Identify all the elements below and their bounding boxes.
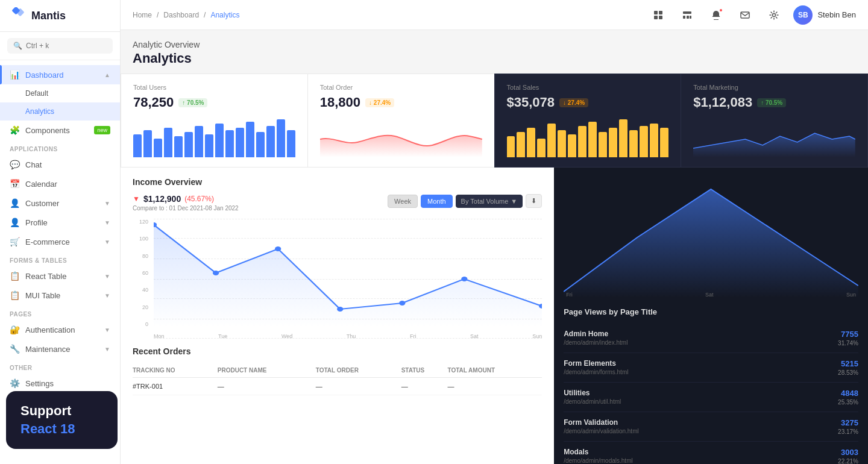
sidebar-item-default[interactable]: Default bbox=[0, 84, 120, 102]
page-views-list: Admin Home /demo/admin/index.html 7755 3… bbox=[564, 324, 858, 464]
svg-point-13 bbox=[213, 271, 219, 275]
recent-orders-title: Recent Orders bbox=[133, 346, 542, 356]
sidebar-item-chat[interactable]: 💬 Chat bbox=[0, 155, 120, 174]
stat-label: Total Marketing bbox=[693, 84, 855, 91]
stat-number: $35,078 bbox=[507, 95, 555, 110]
stat-value: 78,250 ↑ 70.5% bbox=[133, 95, 295, 110]
sidebar-item-label: Maintenance bbox=[25, 345, 70, 354]
week-button[interactable]: Week bbox=[388, 195, 418, 208]
month-button[interactable]: Month bbox=[421, 195, 453, 208]
table-icon: 📋 bbox=[10, 271, 19, 281]
volume-select[interactable]: By Total Volume ▼ bbox=[456, 195, 523, 208]
stat-label: Total Sales bbox=[507, 84, 669, 91]
settings-gear-button[interactable] bbox=[764, 5, 784, 25]
download-button[interactable]: ⬇ bbox=[526, 194, 542, 208]
search-input[interactable] bbox=[26, 42, 107, 50]
pv-pct: 23.17% bbox=[838, 428, 858, 435]
pv-pct: 22.21% bbox=[838, 458, 858, 464]
page-content-area: Analytic Overview Analytics Total Users … bbox=[121, 30, 868, 464]
stat-label: Total Order bbox=[320, 84, 482, 91]
cell-status: — bbox=[401, 378, 448, 395]
svg-rect-5 bbox=[659, 16, 662, 19]
pv-pct: 25.35% bbox=[838, 399, 858, 406]
sidebar-item-calendar[interactable]: 📅 Calendar bbox=[0, 174, 120, 193]
bell-button[interactable] bbox=[706, 5, 726, 25]
stat-badge: ↑ 70.5% bbox=[178, 98, 207, 107]
svg-point-16 bbox=[399, 301, 405, 306]
page-header: Analytic Overview Analytics bbox=[121, 30, 868, 74]
grid-view-button[interactable] bbox=[649, 5, 668, 25]
pv-info: Modals /demo/admin/modals.html bbox=[564, 448, 838, 464]
breadcrumb-home[interactable]: Home bbox=[133, 11, 152, 19]
svg-rect-2 bbox=[654, 11, 658, 14]
chat-icon: 💬 bbox=[10, 160, 19, 169]
chevron-down-icon: ▼ bbox=[104, 219, 110, 226]
stat-number: $1,12,083 bbox=[693, 95, 752, 110]
chevron-down-icon: ▼ bbox=[104, 239, 110, 245]
support-popup[interactable]: Support React 18 bbox=[6, 391, 118, 449]
svg-rect-6 bbox=[683, 11, 691, 14]
income-amount: $1,12,900 bbox=[143, 194, 181, 204]
svg-rect-9 bbox=[690, 16, 691, 19]
chevron-down-icon: ▼ bbox=[104, 200, 110, 207]
analytics-page-title: Analytics bbox=[133, 51, 856, 66]
page-title: Analytic Overview bbox=[133, 40, 856, 49]
stat-number: 78,250 bbox=[133, 95, 174, 110]
page-view-item: Form Validation /demo/admin/validation.h… bbox=[564, 412, 858, 442]
pv-count: 5215 bbox=[838, 359, 858, 368]
user-profile[interactable]: SB Stebin Ben bbox=[793, 5, 856, 25]
sidebar-item-dashboard[interactable]: 📊 Dashboard ▲ bbox=[0, 65, 120, 84]
stat-card-total-users: Total Users 78,250 ↑ 70.5% bbox=[121, 74, 307, 168]
sidebar-item-analytics[interactable]: Analytics bbox=[0, 102, 120, 121]
profile-icon: 👤 bbox=[10, 218, 19, 227]
stat-badge: ↑ 70.5% bbox=[757, 98, 786, 107]
stat-change: 27.4% bbox=[568, 99, 585, 106]
chart-controls: Week Month By Total Volume ▼ ⬇ bbox=[388, 194, 542, 208]
section-label-pages: Pages bbox=[0, 305, 120, 320]
stat-change: 27.4% bbox=[374, 99, 391, 106]
sidebar-item-mui-table[interactable]: 📋 MUI Table ▼ bbox=[0, 286, 120, 305]
components-icon: 🧩 bbox=[10, 125, 19, 135]
col-total-order: TOTAL ORDER bbox=[316, 363, 401, 378]
stat-card-total-marketing: Total Marketing $1,12,083 ↑ 70.5% bbox=[681, 74, 868, 168]
sidebar-item-maintenance[interactable]: 🔧 Maintenance ▼ bbox=[0, 339, 120, 359]
pv-path: /demo/admin/util.html bbox=[564, 398, 838, 405]
pv-pct: 28.53% bbox=[838, 369, 858, 376]
x-axis-labels: MonTueWedThuFriSatSun bbox=[154, 333, 542, 339]
pv-info: Form Elements /demo/admin/forms.html bbox=[564, 359, 838, 375]
sidebar-item-react-table[interactable]: 📋 React Table ▼ bbox=[0, 266, 120, 286]
sidebar-item-ecommerce[interactable]: 🛒 E-commerce ▼ bbox=[0, 232, 120, 251]
sidebar-item-profile[interactable]: 👤 Profile ▼ bbox=[0, 213, 120, 232]
stat-value: $35,078 ↓ 27.4% bbox=[507, 95, 669, 110]
support-subtitle: React 18 bbox=[20, 421, 103, 437]
svg-point-15 bbox=[337, 307, 343, 312]
section-label-other: Other bbox=[0, 359, 120, 374]
pv-count: 3275 bbox=[838, 418, 858, 427]
col-product: PRODUCT NAME bbox=[218, 363, 316, 378]
sidebar-item-authentication[interactable]: 🔐 Authentication ▼ bbox=[0, 320, 120, 339]
trend-indicator: ▼ bbox=[133, 195, 140, 203]
pv-pct: 31.74% bbox=[838, 340, 858, 346]
stat-badge: ↓ 27.4% bbox=[559, 98, 588, 107]
card-view-button[interactable] bbox=[678, 5, 697, 25]
pv-count: 7755 bbox=[838, 330, 858, 339]
breadcrumb-sep2: / bbox=[204, 11, 206, 19]
sidebar-item-settings[interactable]: ⚙️ Settings bbox=[0, 374, 120, 393]
sidebar-item-customer[interactable]: 👤 Customer ▼ bbox=[0, 193, 120, 213]
sidebar-item-components[interactable]: 🧩 Components new bbox=[0, 121, 120, 140]
sidebar: Mantis 🔍 📊 Dashboard ▲ Default Analytics… bbox=[0, 0, 121, 464]
breadcrumb-dashboard[interactable]: Dashboard bbox=[163, 11, 199, 19]
chevron-up-icon: ▲ bbox=[104, 72, 110, 78]
notification-badge bbox=[719, 8, 723, 13]
search-icon: 🔍 bbox=[13, 42, 22, 50]
pv-name: Utilities bbox=[564, 389, 838, 397]
pv-count: 4848 bbox=[838, 389, 858, 398]
orders-table: TRACKING NO PRODUCT NAME TOTAL ORDER STA… bbox=[133, 363, 542, 395]
sidebar-logo[interactable]: Mantis bbox=[0, 0, 120, 32]
sidebar-item-label: Profile bbox=[25, 218, 48, 227]
page-view-item: Utilities /demo/admin/util.html 4848 25.… bbox=[564, 383, 858, 412]
mail-button[interactable] bbox=[735, 5, 755, 25]
breadcrumb: Home / Dashboard / Analytics bbox=[133, 11, 239, 19]
sidebar-search-area[interactable]: 🔍 bbox=[0, 32, 120, 60]
header-actions: SB Stebin Ben bbox=[649, 5, 856, 25]
